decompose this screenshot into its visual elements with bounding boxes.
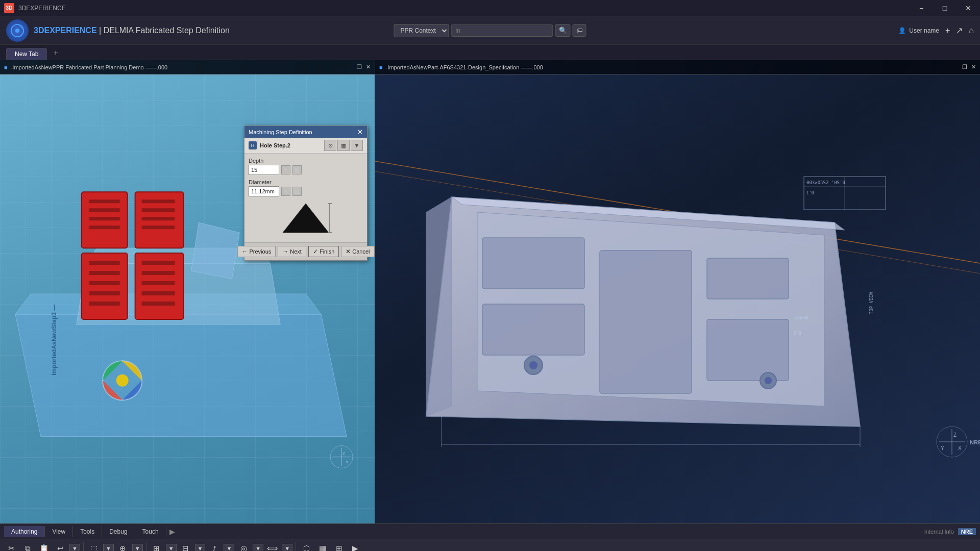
user-icon: 👤 xyxy=(898,27,906,34)
add-tab-button[interactable]: + xyxy=(49,48,62,58)
svg-rect-26 xyxy=(142,217,175,220)
filter-dropdown[interactable]: ▼ xyxy=(132,544,143,552)
cut-icon[interactable]: ✂ xyxy=(4,541,18,552)
table-icon[interactable]: ▦ xyxy=(315,541,330,552)
tools-tab[interactable]: Tools xyxy=(73,526,102,537)
next-button[interactable]: → Next xyxy=(278,246,306,257)
more-tabs-button[interactable]: ▶ xyxy=(166,528,178,536)
authoring-tab[interactable]: Authoring xyxy=(4,526,45,537)
diameter-link-btn[interactable]: ⛓ xyxy=(292,187,302,196)
icon-toolbar: ✂ ⧉ 📋 ↩ ▼ ⬚ ▼ ⊕ ▼ ⊞ ▼ ⊟ ▼ ƒ ▼ ◎ ▼ ⟺ ▼ ⬡ … xyxy=(0,539,980,551)
view-tab[interactable]: View xyxy=(45,526,73,537)
minimize-button[interactable]: − xyxy=(910,0,933,16)
finish-button[interactable]: ✓ Finish xyxy=(308,246,339,257)
svg-rect-7 xyxy=(89,261,120,265)
left-vp-close[interactable]: ✕ xyxy=(366,64,371,70)
dialog-icon-group: ⊙ ▦ ▼ xyxy=(324,140,363,151)
formula-dropdown[interactable]: ▼ xyxy=(224,544,234,552)
undo-icon[interactable]: ↩ xyxy=(53,541,67,552)
dialog-icon-btn-3[interactable]: ▼ xyxy=(351,140,363,151)
dialog-icon-btn-1[interactable]: ⊙ xyxy=(324,140,336,151)
ppr-context-dropdown[interactable]: PPR Context xyxy=(394,24,449,37)
step-icon: H xyxy=(249,141,257,149)
user-button[interactable]: 👤 User name xyxy=(898,27,939,34)
separator-3 xyxy=(296,542,296,552)
svg-text:NRE: NRE xyxy=(970,439,980,445)
main-content: ■ -ImportedAsNewPPR Fabricated Part Plan… xyxy=(0,60,980,523)
svg-rect-13 xyxy=(142,261,175,265)
svg-text:1'0: 1'0 xyxy=(806,191,814,195)
right-vp-restore[interactable]: ❐ xyxy=(962,64,967,70)
dialog-icon-btn-2[interactable]: ▦ xyxy=(337,140,350,151)
paste-icon[interactable]: 📋 xyxy=(37,541,51,552)
formula-icon[interactable]: ƒ xyxy=(207,541,222,552)
copy-icon[interactable]: ⧉ xyxy=(20,541,35,552)
grid-icon[interactable]: ⊞ xyxy=(332,541,346,552)
part1-icon[interactable]: ⬡ xyxy=(299,541,313,552)
svg-point-51 xyxy=(529,361,537,369)
select-icon[interactable]: ⬚ xyxy=(87,541,101,552)
svg-text:003×05S2 '0S'0: 003×05S2 '0S'0 xyxy=(806,180,845,185)
share-icon[interactable]: ↗ xyxy=(956,26,963,35)
svg-text:0'8: 0'8 xyxy=(794,331,801,336)
depth-label: Depth xyxy=(249,158,363,164)
search-input[interactable] xyxy=(451,24,553,37)
machining-step-dialog: Machining Step Definition ✕ H Hole Step.… xyxy=(244,126,368,261)
svg-text:X: X xyxy=(958,445,962,451)
internal-info-label: Internal Info xyxy=(924,529,954,535)
depth-input[interactable] xyxy=(249,165,279,175)
undo-dropdown[interactable]: ▼ xyxy=(69,544,80,552)
align-dropdown[interactable]: ▼ xyxy=(195,544,206,552)
svg-rect-24 xyxy=(142,199,175,203)
new-tab[interactable]: New Tab xyxy=(6,48,47,60)
svg-rect-47 xyxy=(600,251,692,393)
next-icon: → xyxy=(282,248,288,255)
transform-icon[interactable]: ⊞ xyxy=(150,541,164,552)
toolbar-tabs: Authoring View Tools Debug Touch ▶ Inter… xyxy=(0,523,980,539)
snap-icon[interactable]: ⟺ xyxy=(265,541,280,552)
cancel-button[interactable]: ✕ Cancel xyxy=(341,246,374,257)
svg-text:Z: Z xyxy=(342,451,345,456)
logo-circle xyxy=(6,19,29,42)
measure-icon[interactable]: ◎ xyxy=(236,541,251,552)
dialog-close-button[interactable]: ✕ xyxy=(357,128,363,136)
svg-rect-27 xyxy=(142,226,175,229)
touch-tab[interactable]: Touch xyxy=(135,526,166,537)
title-text: 3DEXPERIENCE xyxy=(18,5,66,12)
tag-button[interactable]: 🏷 xyxy=(573,24,586,37)
add-icon[interactable]: + xyxy=(945,26,950,35)
close-button[interactable]: ✕ xyxy=(957,0,980,16)
select-dropdown[interactable]: ▼ xyxy=(103,544,114,552)
align-icon[interactable]: ⊟ xyxy=(179,541,193,552)
depth-edit-btn[interactable]: ✎ xyxy=(281,165,290,174)
left-viewport: ■ -ImportedAsNewPPR Fabricated Part Plan… xyxy=(0,60,375,523)
svg-rect-48 xyxy=(707,258,789,299)
transform-dropdown[interactable]: ▼ xyxy=(166,544,177,552)
maximize-button[interactable]: □ xyxy=(933,0,957,16)
left-3d-scene: ImportedAsNewStep3 — Z X Machining Step … xyxy=(0,74,375,523)
logo-area: 3DEXPERIENCE | DELMIA Fabricated Step De… xyxy=(6,19,230,42)
svg-rect-19 xyxy=(89,199,120,203)
diameter-edit-btn[interactable]: ✎ xyxy=(281,187,290,196)
svg-rect-11 xyxy=(89,302,120,306)
filter-icon[interactable]: ⊕ xyxy=(116,541,130,552)
right-vp-close[interactable]: ✕ xyxy=(971,64,976,70)
svg-rect-45 xyxy=(482,238,584,289)
left-vp-restore[interactable]: ❐ xyxy=(357,64,362,70)
svg-marker-28 xyxy=(191,222,239,279)
previous-button[interactable]: ← Previous xyxy=(237,246,276,257)
cancel-label: Cancel xyxy=(352,248,370,255)
snap-dropdown[interactable]: ▼ xyxy=(282,544,292,552)
search-button[interactable]: 🔍 xyxy=(555,24,571,37)
depth-link-btn[interactable]: ⛓ xyxy=(292,165,302,174)
debug-tab[interactable]: Debug xyxy=(102,526,135,537)
diameter-label: Diameter xyxy=(249,179,363,185)
dialog-footer: ← Previous → Next ✓ Finish ✕ Cancel xyxy=(244,242,367,260)
measure-dropdown[interactable]: ▼ xyxy=(253,544,263,552)
diameter-input[interactable] xyxy=(249,186,279,196)
svg-rect-14 xyxy=(142,271,175,275)
more-icon[interactable]: ▶ xyxy=(348,541,362,552)
home-icon[interactable]: ⌂ xyxy=(969,26,974,35)
svg-text:ImportedAsNewStep3 —: ImportedAsNewStep3 — xyxy=(51,305,58,375)
svg-rect-10 xyxy=(89,291,120,295)
